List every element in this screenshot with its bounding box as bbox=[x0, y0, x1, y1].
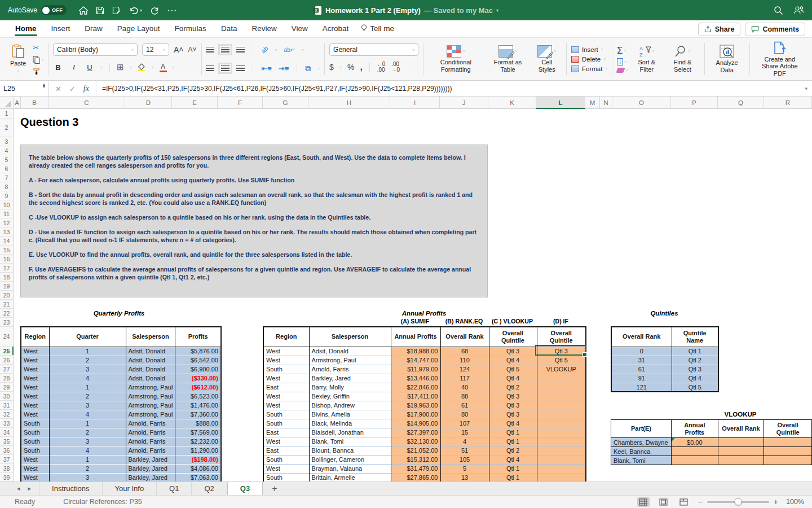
cell[interactable]: 3 bbox=[49, 401, 126, 410]
cell[interactable]: Armstrong, Paul bbox=[126, 410, 175, 419]
cell[interactable]: Qtl 4 bbox=[672, 374, 718, 383]
row-header-10[interactable]: 10 bbox=[0, 200, 13, 209]
sheet-tab-q3[interactable]: Q3 bbox=[227, 482, 263, 495]
sheet-tab-q1[interactable]: Q1 bbox=[157, 482, 192, 495]
cell[interactable]: Adsit, Donald bbox=[126, 365, 175, 374]
cell[interactable]: $7,360.00 bbox=[175, 410, 221, 419]
cell[interactable]: West bbox=[263, 356, 309, 365]
zoom-slider-knob[interactable] bbox=[734, 498, 742, 506]
name-box-stepper[interactable]: ▴▾ bbox=[43, 84, 45, 89]
cell[interactable]: $6,900.00 bbox=[175, 365, 221, 374]
cell[interactable]: Qtl 1 bbox=[489, 428, 537, 437]
cell[interactable]: West bbox=[21, 392, 49, 401]
cell[interactable]: 117 bbox=[440, 374, 489, 383]
cell[interactable]: 31 bbox=[611, 356, 672, 365]
font-color-icon[interactable]: A bbox=[160, 62, 167, 72]
row-header-20[interactable]: 20 bbox=[0, 291, 13, 300]
redo-icon[interactable] bbox=[150, 6, 159, 15]
borders-icon[interactable]: ⊞ bbox=[117, 62, 124, 72]
column-header-H[interactable]: H bbox=[308, 97, 390, 108]
cell[interactable]: Arnold, Farris bbox=[126, 446, 175, 455]
cell[interactable]: $32,130.00 bbox=[391, 437, 440, 446]
tab-home[interactable]: Home bbox=[9, 21, 43, 36]
cell[interactable]: West bbox=[263, 437, 309, 446]
cell[interactable]: Adsit, Donald bbox=[126, 347, 175, 356]
cell[interactable]: West bbox=[21, 455, 49, 464]
cell[interactable]: 1 bbox=[49, 419, 126, 428]
row-header-31[interactable]: 31 bbox=[0, 401, 13, 410]
cell[interactable]: 3 bbox=[49, 365, 126, 374]
cell[interactable]: Barry, Molly bbox=[309, 383, 391, 392]
column-header-E[interactable]: E bbox=[172, 97, 218, 108]
cell[interactable] bbox=[537, 455, 586, 464]
cell[interactable]: $27,865.00 bbox=[391, 473, 440, 481]
home-icon[interactable] bbox=[79, 6, 88, 15]
cell[interactable]: 91 bbox=[611, 374, 672, 383]
cell[interactable]: Qtl 2 bbox=[489, 446, 537, 455]
cell[interactable]: 4 bbox=[49, 446, 126, 455]
cell[interactable]: 61 bbox=[611, 365, 672, 374]
cell[interactable]: 13 bbox=[440, 473, 489, 481]
row-header-4[interactable]: 4 bbox=[0, 146, 13, 155]
cell[interactable]: Bexley, Griffin bbox=[309, 392, 391, 401]
cell[interactable]: West bbox=[21, 401, 49, 410]
cell[interactable]: Qtl 1 bbox=[489, 473, 537, 481]
wrap-text-icon[interactable]: ab↵ bbox=[284, 47, 295, 53]
cell[interactable]: Arnold, Farris bbox=[309, 365, 391, 374]
cell[interactable]: West bbox=[21, 365, 49, 374]
cell[interactable]: 4 bbox=[440, 437, 489, 446]
cancel-entry-icon[interactable]: ✕ bbox=[55, 85, 61, 93]
cell[interactable]: Arnold, Farris bbox=[126, 428, 175, 437]
cell[interactable]: East bbox=[263, 428, 309, 437]
cell[interactable]: Qtl 4 bbox=[489, 356, 537, 365]
row-header-38[interactable]: 38 bbox=[0, 464, 13, 473]
cell[interactable]: Armstrong, Paul bbox=[126, 383, 175, 392]
paste-button[interactable]: Paste ▾ bbox=[7, 43, 29, 75]
cell[interactable]: $17,411.00 bbox=[391, 392, 440, 401]
row-header-27[interactable]: 27 bbox=[0, 365, 13, 374]
copy-icon[interactable]: ▾ bbox=[33, 56, 43, 64]
align-middle-icon[interactable] bbox=[221, 47, 230, 52]
row-header-6[interactable]: 6 bbox=[0, 164, 13, 173]
cell[interactable]: 2 bbox=[49, 464, 126, 473]
column-header-C[interactable]: C bbox=[48, 97, 125, 108]
tab-tell-me[interactable]: Tell me bbox=[355, 21, 400, 36]
cell[interactable]: Armstrong, Paul bbox=[309, 356, 391, 365]
cell[interactable]: 3 bbox=[49, 473, 126, 481]
tab-view[interactable]: View bbox=[285, 21, 314, 36]
cell[interactable]: 2 bbox=[49, 428, 126, 437]
row-header-30[interactable]: 30 bbox=[0, 392, 13, 401]
grow-font-icon[interactable]: A˄ bbox=[174, 45, 184, 54]
column-header-F[interactable]: F bbox=[218, 97, 263, 108]
cell[interactable]: West bbox=[263, 347, 309, 356]
row-header-1[interactable]: 1 bbox=[0, 109, 13, 119]
sheet-canvas[interactable]: Question 3 The table below shows the qua… bbox=[14, 109, 812, 481]
row-header-33[interactable]: 33 bbox=[0, 419, 13, 428]
cell[interactable]: 61 bbox=[440, 401, 489, 410]
save-as-icon[interactable] bbox=[112, 6, 121, 15]
number-format-select[interactable]: General▾ bbox=[329, 43, 418, 56]
save-icon[interactable] bbox=[96, 6, 104, 15]
cell[interactable]: West bbox=[21, 383, 49, 392]
decrease-decimal-icon[interactable]: .00→0 bbox=[391, 62, 400, 73]
select-all-corner[interactable] bbox=[0, 97, 14, 108]
column-header-P[interactable]: P bbox=[671, 97, 718, 108]
cell[interactable]: Barkley, Jared bbox=[126, 455, 175, 464]
cell[interactable] bbox=[537, 410, 586, 419]
cell[interactable]: West bbox=[21, 356, 49, 365]
cell[interactable]: $15,312.00 bbox=[391, 455, 440, 464]
row-header-16[interactable]: 16 bbox=[0, 255, 13, 264]
annual-profits-table[interactable]: RegionSalespersonAnnual ProfitsOverall R… bbox=[263, 326, 586, 481]
bold-button[interactable]: B bbox=[53, 63, 63, 72]
cell[interactable]: Qtl 5 bbox=[672, 383, 718, 392]
cell[interactable]: Armstrong, Paul bbox=[126, 392, 175, 401]
cell[interactable] bbox=[537, 464, 586, 473]
cell[interactable]: West bbox=[21, 374, 49, 383]
cell[interactable]: $1,290.00 bbox=[175, 446, 221, 455]
cell[interactable]: 0 bbox=[611, 347, 672, 356]
cell[interactable]: 1 bbox=[49, 455, 126, 464]
cell[interactable]: Qtl 1 bbox=[489, 437, 537, 446]
cell[interactable]: South bbox=[21, 428, 49, 437]
column-header-I[interactable]: I bbox=[390, 97, 440, 108]
align-center-icon[interactable] bbox=[221, 65, 230, 71]
